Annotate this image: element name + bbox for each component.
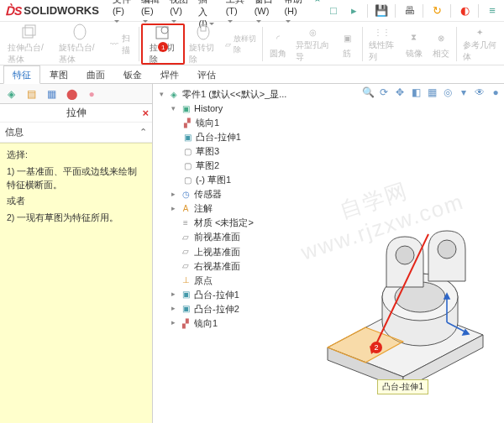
pm-tab-config-icon[interactable]: ▤ [24, 86, 39, 102]
hole-wizard-button[interactable]: ◎异型孔向导 [291, 24, 334, 65]
tab-evaluate[interactable]: 评估 [188, 65, 225, 83]
settings-icon[interactable]: ◐ [458, 4, 471, 18]
pm-tab-display-icon[interactable]: ⬤ [64, 86, 79, 102]
revolve-cut-icon [194, 23, 213, 41]
fillet-button[interactable]: ◜圆角 [265, 24, 291, 65]
tree-feature[interactable]: ▸▞镜向1 [158, 316, 286, 331]
open-icon[interactable]: ▸ [347, 4, 360, 18]
intersect-icon: ⊗ [432, 29, 450, 47]
tab-features[interactable]: 特征 [3, 65, 40, 84]
pm-info-body: 选择: 1) 一基准面、平面或边线来绘制特征横断面。 或者 2) 一现有草图为特… [0, 143, 152, 423]
pm-close-icon[interactable]: × [142, 107, 149, 119]
revolve-boss-icon [71, 23, 89, 41]
pm-info-header[interactable]: 信息 ⌃ [0, 123, 152, 143]
tree-item[interactable]: ▣凸台-拉伸1 [158, 130, 286, 144]
pm-tab-prop-icon[interactable]: ▦ [44, 86, 59, 102]
plane-icon: ▱ [180, 232, 192, 243]
tree-annotations[interactable]: ▸A注解 [158, 201, 286, 216]
annotation-badge-2: 2 [374, 343, 378, 352]
sketch-icon: ▢ [181, 161, 193, 171]
linear-pattern-button[interactable]: ⋮⋮线性阵列 [365, 24, 400, 65]
workspace: ◈ ▤ ▦ ⬤ ● 拉伸 × 信息 ⌃ 选择: 1) 一基准面、平面或边线来绘制… [0, 84, 504, 423]
tree-feature[interactable]: ▸▣凸台-拉伸1 [158, 288, 286, 302]
view-icon[interactable]: ▾ [457, 86, 470, 99]
extrude-cut-button[interactable]: 拉伸切除 1 [141, 24, 185, 65]
ref-icon: ✦ [470, 25, 489, 39]
revolve-cut-button[interactable]: 旋转切除 [185, 24, 220, 65]
sweep-icon: 〰 [110, 39, 118, 49]
separator [139, 27, 139, 61]
rotate-icon[interactable]: ⟳ [377, 86, 391, 99]
tab-sheetmetal[interactable]: 钣金 [114, 65, 151, 83]
tree-plane-right[interactable]: ▱右视基准面 [158, 259, 286, 274]
svg-point-10 [438, 240, 456, 258]
extrude-boss-button[interactable]: 拉伸凸台/基体 [3, 24, 55, 65]
app-name: SOLIDWORKS [24, 4, 99, 17]
tree-origin[interactable]: ⊥原点 [158, 274, 286, 288]
collapse-icon[interactable]: ▾ [158, 89, 165, 101]
ref-geometry-button[interactable]: ✦参考几何体 [459, 24, 501, 65]
property-manager: ◈ ▤ ▦ ⬤ ● 拉伸 × 信息 ⌃ 选择: 1) 一基准面、平面或边线来绘制… [0, 84, 153, 423]
quick-access: □ ▸ 💾 🖶 ↻ ◐ ≡ [327, 4, 499, 18]
pm-tab-appearance-icon[interactable]: ● [84, 86, 99, 102]
sweep-button[interactable]: 〰扫描 [106, 24, 138, 65]
scene-icon[interactable]: ◎ [441, 86, 454, 99]
separator [456, 27, 457, 61]
revolve-boss-button[interactable]: 旋转凸台/基体 [55, 24, 106, 65]
tree-root[interactable]: ▾◈零件1 (默认<<默认>_显... [158, 87, 286, 102]
separator [395, 4, 396, 18]
hide-icon[interactable]: 👁 [473, 86, 486, 99]
redo-icon[interactable]: ↻ [430, 4, 444, 18]
loft-cut-button[interactable]: ▱放样切除 [221, 24, 260, 65]
expand-icon[interactable]: ▸ [170, 303, 177, 315]
display-icon[interactable]: ▦ [425, 86, 438, 99]
plane-icon: ▱ [180, 261, 192, 271]
separator [450, 4, 451, 18]
rib-icon: ▣ [338, 29, 356, 47]
collapse-icon[interactable]: ▾ [170, 103, 177, 115]
command-tabs: 特征 草图 曲面 钣金 焊件 评估 [0, 65, 504, 84]
pm-title-bar: 拉伸 × [0, 104, 152, 123]
expand-icon[interactable]: ▸ [170, 203, 177, 215]
sketch-icon: ▢ [181, 147, 193, 157]
tree-item[interactable]: ▞镜向1 [158, 116, 286, 130]
tree-feature[interactable]: ▸▣凸台-拉伸2 [158, 302, 286, 316]
mirror-button[interactable]: ⧗镜像 [401, 24, 428, 65]
model-view[interactable]: 2 [302, 196, 496, 381]
separator [423, 4, 423, 18]
tree-history[interactable]: ▾▣History [158, 102, 286, 116]
print-icon[interactable]: 🖶 [402, 4, 416, 18]
section-icon[interactable]: ◧ [409, 86, 423, 99]
expand-icon[interactable]: ▸ [170, 189, 177, 201]
new-icon[interactable]: □ [327, 4, 340, 18]
pm-title: 拉伸 [66, 106, 87, 120]
pan-icon[interactable]: ✥ [393, 86, 407, 99]
zoom-icon[interactable]: 🔍 [361, 86, 375, 99]
menu-bar: D̀S SOLIDWORKS 文件(F) 编辑(E) 视图(V) 插入(I) 工… [0, 0, 504, 22]
tree-item[interactable]: ▢草图3 [158, 144, 286, 159]
tab-sketch[interactable]: 草图 [40, 65, 77, 83]
graphics-area[interactable]: 🔍 ⟳ ✥ ◧ ▦ ◎ ▾ 👁 ● ▾◈零件1 (默认<<默认>_显... ▾▣… [153, 84, 504, 423]
intersect-button[interactable]: ⊗相交 [428, 24, 454, 65]
save-icon[interactable]: 💾 [375, 4, 388, 18]
appearance-icon[interactable]: ● [489, 86, 502, 99]
tree-item[interactable]: ▢(-) 草图1 [158, 173, 286, 187]
svg-rect-0 [23, 28, 33, 38]
expand-icon[interactable]: ▸ [170, 289, 177, 300]
rib-button[interactable]: ▣筋 [333, 24, 360, 65]
tree-plane-top[interactable]: ▱上视基准面 [158, 245, 286, 259]
expand-icon[interactable]: ▸ [170, 317, 177, 329]
mirror-icon: ▞ [181, 118, 193, 128]
tab-surfaces[interactable]: 曲面 [77, 65, 114, 83]
tree-material[interactable]: ≡材质 <未指定> [158, 216, 286, 230]
hover-tooltip: 凸台-拉伸1 [377, 379, 428, 394]
pm-tab-feature-icon[interactable]: ◈ [3, 86, 18, 102]
tree-item[interactable]: ▢草图2 [158, 159, 286, 173]
hole-icon: ◎ [303, 25, 322, 39]
expand-icon[interactable]: ≡ [486, 4, 499, 18]
separator [262, 27, 263, 61]
tree-sensors[interactable]: ▸◷传感器 [158, 187, 286, 201]
tree-plane-front[interactable]: ▱前视基准面 [158, 230, 286, 244]
tab-weldments[interactable]: 焊件 [151, 65, 188, 83]
pattern-icon: ⋮⋮ [373, 25, 391, 39]
